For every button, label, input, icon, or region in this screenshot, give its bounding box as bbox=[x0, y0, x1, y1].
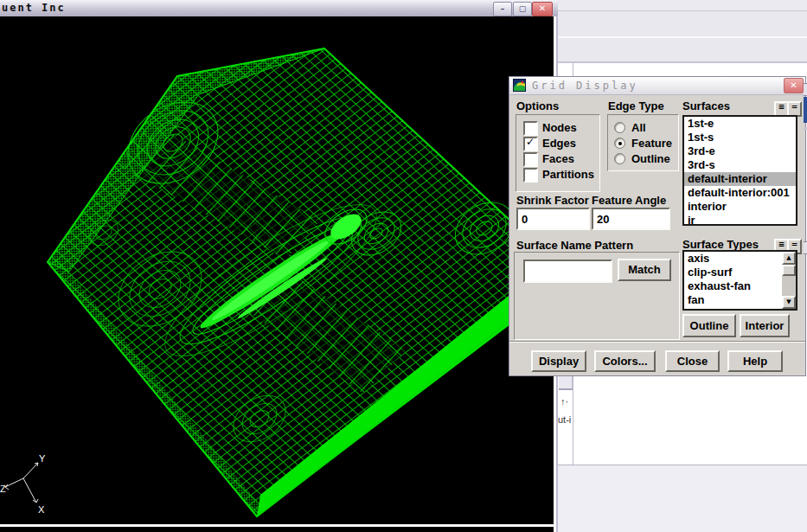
feature-angle-label: Feature Angle bbox=[592, 194, 666, 207]
scrollbar-thumb[interactable] bbox=[782, 265, 796, 276]
edge-type-section-label: Edge Type bbox=[608, 99, 664, 112]
list-item-selected[interactable]: default-interior bbox=[684, 172, 796, 186]
surface-name-pattern-label: Surface Name Pattern bbox=[516, 239, 633, 252]
faces-checkbox-box[interactable] bbox=[523, 152, 538, 167]
dialog-titlebar[interactable]: Grid Display ✕ bbox=[509, 77, 805, 95]
shrink-factor-input[interactable] bbox=[516, 208, 590, 230]
display-button[interactable]: Display bbox=[531, 350, 586, 372]
main-window-title: uent Inc bbox=[2, 2, 66, 14]
surface-name-pattern-group: Match bbox=[514, 252, 680, 340]
list-item[interactable]: default-interior:001 bbox=[684, 186, 796, 200]
checkbox-partitions[interactable]: Partitions bbox=[523, 167, 598, 181]
surfaces-list[interactable]: 1st-e 1st-s 3rd-e 3rd-s default-interior… bbox=[682, 115, 797, 226]
surface-types-section-label: Surface Types bbox=[682, 238, 759, 251]
mesh-render: Y X Z bbox=[0, 16, 558, 532]
screen: uent Inc – ▢ ✕ bbox=[0, 0, 807, 532]
axis-x-label: X bbox=[38, 504, 45, 515]
dialog-separator bbox=[509, 341, 805, 343]
match-button[interactable]: Match bbox=[618, 259, 671, 281]
outline-button[interactable]: Outline bbox=[682, 314, 736, 337]
dialog-close-button[interactable]: ✕ bbox=[784, 78, 804, 93]
surface-types-list[interactable]: axis clip-surf exhaust-fan fan ▲ ▼ bbox=[682, 250, 797, 311]
options-section-label: Options bbox=[516, 99, 559, 112]
scroll-down-icon[interactable]: ▼ bbox=[782, 296, 796, 309]
fluent-logo-icon bbox=[513, 79, 526, 92]
surface-name-pattern-input[interactable] bbox=[523, 260, 612, 283]
grid-display-dialog: Grid Display ✕ Options Nodes ✓ Edges Fac… bbox=[509, 76, 806, 376]
feature-angle-input[interactable] bbox=[592, 208, 670, 230]
edge-fragment-button bbox=[804, 83, 807, 96]
list-item[interactable]: 3rd-s bbox=[684, 158, 796, 172]
list-item[interactable]: 1st-e bbox=[684, 117, 796, 131]
background-toolbar-band-3 bbox=[558, 38, 807, 63]
options-group: Nodes ✓ Edges Faces Partitions bbox=[516, 114, 600, 192]
radio-all[interactable]: All bbox=[614, 120, 675, 134]
radio-dot-icon bbox=[618, 142, 622, 145]
main-titlebar[interactable]: uent Inc – ▢ ✕ bbox=[0, 0, 558, 17]
help-button[interactable]: Help bbox=[727, 350, 783, 372]
radio-feature[interactable]: Feature bbox=[614, 136, 675, 150]
background-toolbar-band-2 bbox=[558, 11, 807, 38]
shrink-factor-label: Shrink Factor bbox=[516, 194, 589, 207]
colors-button[interactable]: Colors... bbox=[594, 350, 656, 372]
all-radio-circle[interactable] bbox=[614, 122, 625, 133]
list-item[interactable]: interior bbox=[684, 200, 796, 214]
dialog-title: Grid Display bbox=[532, 80, 638, 92]
mesh-viewport[interactable]: Y X Z bbox=[0, 16, 558, 532]
background-text-fragment: ut-i bbox=[558, 414, 571, 425]
partitions-checkbox-box[interactable] bbox=[523, 168, 538, 183]
list-item[interactable]: clip-surf bbox=[684, 266, 783, 279]
outline-radio-circle[interactable] bbox=[614, 153, 625, 164]
maximize-button[interactable]: ▢ bbox=[513, 2, 532, 16]
edge-type-group: All Feature Outline bbox=[607, 114, 679, 171]
interior-button[interactable]: Interior bbox=[740, 314, 790, 337]
close-button[interactable]: ✕ bbox=[532, 2, 553, 16]
edge-fragment-button bbox=[804, 241, 807, 254]
check-icon: ✓ bbox=[526, 136, 535, 148]
list-item[interactable]: 1st-s bbox=[684, 131, 796, 144]
checkbox-edges[interactable]: ✓ Edges bbox=[523, 136, 598, 150]
list-item[interactable]: jr bbox=[684, 214, 796, 226]
scroll-up-icon[interactable]: ▲ bbox=[782, 252, 796, 265]
list-item[interactable]: 3rd-e bbox=[684, 144, 796, 158]
checkbox-nodes[interactable]: Nodes bbox=[523, 120, 598, 134]
feature-radio-circle[interactable] bbox=[614, 138, 625, 149]
edge-fragment-divider bbox=[804, 127, 807, 130]
radio-outline[interactable]: Outline bbox=[614, 151, 675, 165]
list-item[interactable]: fan bbox=[684, 293, 783, 307]
background-scrollbar-fragment bbox=[559, 376, 573, 390]
viewport-bottom-border bbox=[0, 524, 556, 527]
list-item[interactable]: exhaust-fan bbox=[684, 279, 783, 293]
checkbox-faces[interactable]: Faces bbox=[523, 151, 598, 165]
nodes-checkbox-box[interactable] bbox=[523, 121, 538, 136]
edges-checkbox-box[interactable]: ✓ bbox=[523, 137, 538, 151]
surface-types-scrollbar[interactable]: ▲ ▼ bbox=[782, 252, 796, 309]
fluent-graphics-window: uent Inc – ▢ ✕ bbox=[0, 0, 558, 532]
list-item[interactable]: axis bbox=[684, 252, 783, 266]
background-toolbar-band-1 bbox=[558, 0, 807, 11]
background-text-fragment-arrow: ↑· bbox=[560, 396, 568, 407]
minimize-button[interactable]: – bbox=[493, 2, 512, 16]
surfaces-section-label: Surfaces bbox=[682, 99, 730, 112]
axis-z-label: Z bbox=[0, 484, 6, 494]
edge-fragment-selected-item bbox=[804, 97, 807, 123]
axis-y-label: Y bbox=[39, 453, 46, 464]
close-dialog-action-button[interactable]: Close bbox=[665, 350, 720, 372]
